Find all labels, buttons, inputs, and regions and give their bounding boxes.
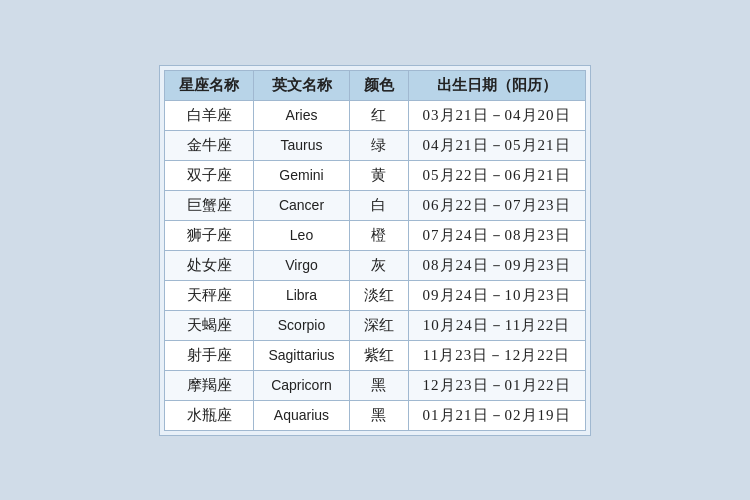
cell-row0-col2: 红 xyxy=(349,100,408,130)
table-row: 天蝎座Scorpio深红10月24日－11月22日 xyxy=(165,310,585,340)
cell-row4-col2: 橙 xyxy=(349,220,408,250)
cell-row9-col3: 12月23日－01月22日 xyxy=(408,370,585,400)
cell-row2-col1: Gemini xyxy=(254,160,349,190)
cell-row5-col1: Virgo xyxy=(254,250,349,280)
cell-row3-col2: 白 xyxy=(349,190,408,220)
table-row: 水瓶座Aquarius黑01月21日－02月19日 xyxy=(165,400,585,430)
cell-row8-col3: 11月23日－12月22日 xyxy=(408,340,585,370)
table-row: 处女座Virgo灰08月24日－09月23日 xyxy=(165,250,585,280)
cell-row0-col3: 03月21日－04月20日 xyxy=(408,100,585,130)
cell-row6-col0: 天秤座 xyxy=(165,280,254,310)
cell-row4-col0: 狮子座 xyxy=(165,220,254,250)
cell-row3-col1: Cancer xyxy=(254,190,349,220)
cell-row2-col0: 双子座 xyxy=(165,160,254,190)
cell-row10-col3: 01月21日－02月19日 xyxy=(408,400,585,430)
header-col-1: 英文名称 xyxy=(254,70,349,100)
cell-row6-col3: 09月24日－10月23日 xyxy=(408,280,585,310)
cell-row1-col2: 绿 xyxy=(349,130,408,160)
cell-row7-col0: 天蝎座 xyxy=(165,310,254,340)
cell-row10-col0: 水瓶座 xyxy=(165,400,254,430)
cell-row8-col2: 紫红 xyxy=(349,340,408,370)
cell-row2-col3: 05月22日－06月21日 xyxy=(408,160,585,190)
cell-row1-col3: 04月21日－05月21日 xyxy=(408,130,585,160)
table-row: 天秤座Libra淡红09月24日－10月23日 xyxy=(165,280,585,310)
cell-row2-col2: 黄 xyxy=(349,160,408,190)
cell-row5-col2: 灰 xyxy=(349,250,408,280)
header-col-2: 颜色 xyxy=(349,70,408,100)
cell-row3-col0: 巨蟹座 xyxy=(165,190,254,220)
cell-row7-col1: Scorpio xyxy=(254,310,349,340)
cell-row9-col0: 摩羯座 xyxy=(165,370,254,400)
table-row: 白羊座Aries红03月21日－04月20日 xyxy=(165,100,585,130)
table-body: 白羊座Aries红03月21日－04月20日金牛座Taurus绿04月21日－0… xyxy=(165,100,585,430)
cell-row4-col3: 07月24日－08月23日 xyxy=(408,220,585,250)
zodiac-table: 星座名称英文名称颜色出生日期（阳历） 白羊座Aries红03月21日－04月20… xyxy=(164,70,585,431)
cell-row1-col0: 金牛座 xyxy=(165,130,254,160)
cell-row6-col2: 淡红 xyxy=(349,280,408,310)
cell-row7-col3: 10月24日－11月22日 xyxy=(408,310,585,340)
cell-row7-col2: 深红 xyxy=(349,310,408,340)
table-row: 射手座Sagittarius紫红11月23日－12月22日 xyxy=(165,340,585,370)
cell-row1-col1: Taurus xyxy=(254,130,349,160)
table-header-row: 星座名称英文名称颜色出生日期（阳历） xyxy=(165,70,585,100)
cell-row0-col1: Aries xyxy=(254,100,349,130)
cell-row8-col1: Sagittarius xyxy=(254,340,349,370)
header-col-0: 星座名称 xyxy=(165,70,254,100)
cell-row3-col3: 06月22日－07月23日 xyxy=(408,190,585,220)
table-row: 摩羯座Capricorn黑12月23日－01月22日 xyxy=(165,370,585,400)
table-row: 狮子座Leo橙07月24日－08月23日 xyxy=(165,220,585,250)
table-row: 金牛座Taurus绿04月21日－05月21日 xyxy=(165,130,585,160)
table-row: 双子座Gemini黄05月22日－06月21日 xyxy=(165,160,585,190)
cell-row4-col1: Leo xyxy=(254,220,349,250)
cell-row5-col3: 08月24日－09月23日 xyxy=(408,250,585,280)
cell-row9-col1: Capricorn xyxy=(254,370,349,400)
cell-row10-col2: 黑 xyxy=(349,400,408,430)
cell-row6-col1: Libra xyxy=(254,280,349,310)
cell-row5-col0: 处女座 xyxy=(165,250,254,280)
cell-row8-col0: 射手座 xyxy=(165,340,254,370)
cell-row10-col1: Aquarius xyxy=(254,400,349,430)
cell-row9-col2: 黑 xyxy=(349,370,408,400)
header-col-3: 出生日期（阳历） xyxy=(408,70,585,100)
cell-row0-col0: 白羊座 xyxy=(165,100,254,130)
table-row: 巨蟹座Cancer白06月22日－07月23日 xyxy=(165,190,585,220)
zodiac-table-container: 星座名称英文名称颜色出生日期（阳历） 白羊座Aries红03月21日－04月20… xyxy=(159,65,590,436)
